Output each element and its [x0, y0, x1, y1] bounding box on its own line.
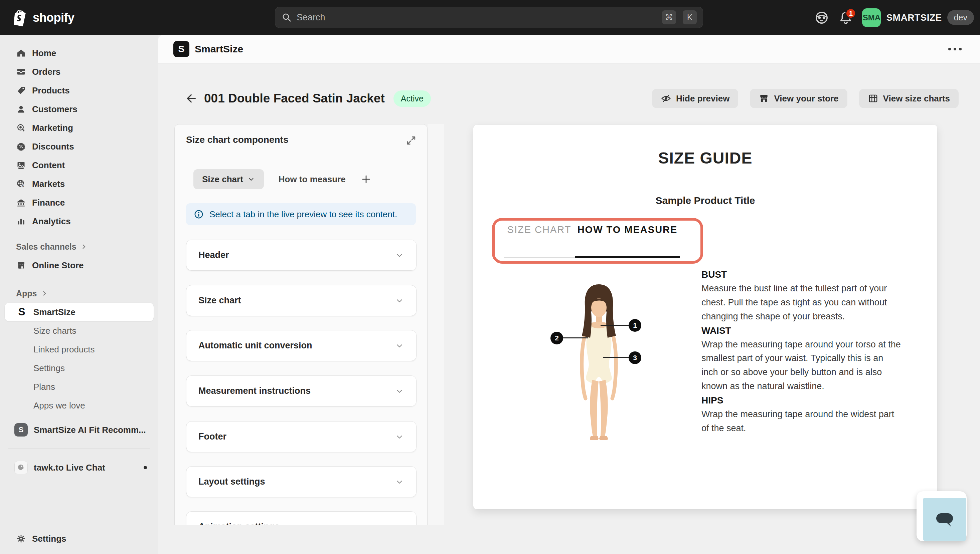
sidebar-item-label: Home — [32, 48, 56, 58]
accordion-title: Animation settings — [198, 522, 279, 525]
sidebar-item-settings-sub[interactable]: Settings — [0, 359, 158, 377]
tab-label: Size chart — [202, 174, 243, 185]
chat-button[interactable] — [923, 498, 966, 541]
main-content: S SmartSize 001 Double Faced Satin Jacke… — [158, 35, 980, 554]
smartsize-app-logo: S — [173, 41, 189, 57]
more-actions-button[interactable] — [945, 45, 965, 54]
sidebar-item-label: Marketing — [32, 123, 73, 133]
panel-scroll-gutter — [428, 124, 444, 525]
notifications-button[interactable]: 1 — [838, 10, 854, 25]
sidebar-item-settings[interactable]: Settings — [0, 529, 158, 548]
sidebar-item-label: Content — [32, 160, 65, 170]
size-chart-components-panel: Size chart components Size chart How to … — [174, 124, 428, 525]
sidebar-item-label: Online Store — [32, 260, 84, 271]
tab-size-chart[interactable]: Size chart — [193, 169, 264, 189]
chevron-down-icon — [395, 251, 404, 260]
accordion-size-chart[interactable]: Size chart — [186, 285, 417, 316]
chevron-down-icon — [395, 341, 404, 350]
sidebar-item-orders[interactable]: Orders — [0, 62, 158, 81]
accordion-header[interactable]: Header — [186, 240, 417, 271]
back-arrow-icon — [184, 92, 197, 105]
section-heading: WAIST — [701, 324, 902, 338]
bar-chart-icon — [16, 216, 26, 226]
add-tab-button[interactable] — [361, 174, 372, 185]
view-your-store-button[interactable]: View your store — [750, 89, 847, 108]
accordion-layout-settings[interactable]: Layout settings — [186, 466, 417, 497]
sidebar-item-linked-products[interactable]: Linked products — [0, 340, 158, 359]
accordion-animation-settings[interactable]: Animation settings — [186, 511, 417, 525]
sidebar-item-label: Settings — [32, 533, 67, 544]
button-label: Hide preview — [676, 94, 729, 104]
accordion-measurement-instructions[interactable]: Measurement instructions — [186, 376, 417, 406]
accordion-footer[interactable]: Footer — [186, 421, 417, 452]
sidebar-subitem-label: Settings — [34, 363, 65, 373]
search-placeholder: Search — [297, 12, 655, 23]
sidebar-section-apps[interactable]: Apps — [0, 284, 158, 303]
store-avatar: SMA — [862, 8, 881, 27]
storefront-icon — [16, 260, 26, 270]
back-button[interactable] — [184, 91, 198, 106]
sidebar-item-size-charts[interactable]: Size charts — [0, 322, 158, 340]
image-icon — [16, 160, 26, 170]
section-label: Apps — [16, 289, 37, 298]
sidebar-subitem-label: Size charts — [34, 326, 77, 336]
sidebar-item-smartsize[interactable]: S SmartSize — [5, 303, 154, 322]
preview-tab-size-chart[interactable]: SIZE CHART — [504, 224, 575, 235]
expand-icon[interactable] — [405, 134, 417, 146]
sidebar-item-analytics[interactable]: Analytics — [0, 212, 158, 231]
sidebar-item-apps-we-love[interactable]: Apps we love — [0, 396, 158, 415]
sidebar-item-plans[interactable]: Plans — [0, 377, 158, 396]
section-heading: HIPS — [701, 393, 902, 408]
sidebar-item-markets[interactable]: $ Markets — [0, 175, 158, 193]
accordion-title: Header — [198, 250, 229, 260]
accordion-title: Size chart — [198, 295, 241, 306]
sidebar-section-sales-channels[interactable]: Sales channels — [0, 237, 158, 256]
sidebar-item-tawk[interactable]: tawk.to Live Chat — [0, 458, 158, 477]
section-label: Sales channels — [16, 242, 77, 252]
accordion-title: Layout settings — [198, 477, 265, 487]
sidekick-assistant-button[interactable] — [814, 10, 829, 25]
chevron-down-icon — [395, 387, 404, 396]
button-label: View size charts — [883, 94, 950, 104]
dev-badge: dev — [947, 10, 974, 25]
sidebar-item-label: Markets — [32, 179, 65, 189]
search-input[interactable]: Search ⌘ K — [275, 7, 703, 28]
sidebar-subitem-label: Plans — [34, 382, 55, 392]
marker-line-1 — [600, 325, 629, 326]
preview-tab-how-to-measure[interactable]: HOW TO MEASURE — [575, 224, 680, 235]
sidebar-item-home[interactable]: Home — [0, 44, 158, 62]
tawk-icon — [14, 461, 28, 474]
sidebar-subitem-label: Linked products — [34, 344, 95, 355]
sidebar-item-marketing[interactable]: Marketing — [0, 118, 158, 137]
sidebar-item-products[interactable]: Products — [0, 81, 158, 100]
chevron-down-icon — [395, 296, 404, 306]
sidebar-item-content[interactable]: Content — [0, 156, 158, 175]
app-header: S SmartSize — [158, 35, 980, 64]
view-size-charts-button[interactable]: View size charts — [859, 89, 959, 108]
sidebar-item-customers[interactable]: Customers — [0, 100, 158, 118]
tag-icon — [16, 86, 26, 96]
sidebar-divider — [8, 449, 150, 449]
tab-how-to-measure[interactable]: How to measure — [279, 174, 346, 185]
accordion-unit-conversion[interactable]: Automatic unit conversion — [186, 330, 417, 361]
accordion-title: Measurement instructions — [198, 386, 311, 396]
sidebar-item-discounts[interactable]: Discounts — [0, 137, 158, 156]
shortcut-k-key: K — [683, 10, 697, 24]
eye-slash-icon — [661, 93, 671, 104]
chevron-right-icon — [80, 243, 87, 250]
accordion-title: Automatic unit conversion — [198, 341, 312, 351]
page-header: 001 Double Faced Satin Jacket Active Hid… — [184, 88, 959, 108]
hide-preview-button[interactable]: Hide preview — [652, 89, 738, 108]
status-dot — [144, 466, 147, 469]
sidebar-item-online-store[interactable]: Online Store — [0, 256, 158, 275]
sidebar-subitem-label: Apps we love — [34, 401, 85, 411]
sidebar-item-finance[interactable]: Finance — [0, 193, 158, 212]
orders-icon — [16, 67, 26, 77]
sidebar-item-ai-fit[interactable]: S SmartSize AI Fit Recomm... — [0, 420, 158, 439]
target-cursor-icon — [16, 123, 26, 133]
shopify-logo[interactable]: shopify — [13, 0, 75, 35]
account-menu[interactable]: SMA SMARTSIZE dev — [862, 8, 974, 27]
search-icon — [281, 12, 292, 23]
tab-underline-track — [504, 257, 575, 258]
shopify-logo-text: shopify — [33, 11, 75, 25]
